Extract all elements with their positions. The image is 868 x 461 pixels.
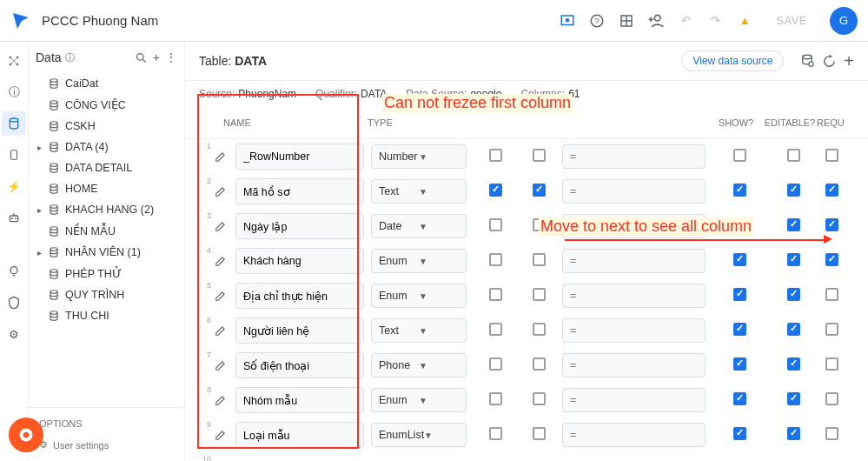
label-checkbox[interactable] (533, 288, 546, 301)
edit-icon[interactable] (215, 324, 235, 337)
formula-input[interactable]: = (562, 249, 706, 273)
require-checkbox[interactable] (825, 392, 838, 405)
table-item[interactable]: CaiDat (32, 73, 181, 94)
formula-input[interactable]: = (562, 214, 706, 238)
view-data-source-button[interactable]: View data source (681, 50, 784, 71)
info-icon[interactable]: ⓘ (65, 51, 75, 64)
edit-icon[interactable] (215, 394, 235, 406)
edit-icon[interactable] (215, 255, 235, 267)
save-button[interactable]: SAVE (765, 9, 818, 32)
show-checkbox[interactable] (733, 392, 746, 405)
rail-action-icon[interactable]: ⚡ (2, 174, 26, 198)
require-checkbox[interactable] (825, 149, 838, 162)
label-checkbox[interactable] (533, 149, 546, 162)
require-checkbox[interactable] (825, 323, 838, 336)
label-checkbox[interactable] (533, 392, 546, 405)
type-dropdown[interactable]: Text▼ (371, 318, 467, 343)
table-item[interactable]: THU CHI (32, 305, 181, 326)
key-checkbox[interactable] (489, 218, 502, 231)
edit-icon[interactable] (215, 220, 235, 232)
require-checkbox[interactable] (825, 218, 838, 231)
show-checkbox[interactable] (733, 184, 746, 197)
type-dropdown[interactable]: Enum▼ (371, 284, 467, 308)
editable-checkbox[interactable] (787, 427, 800, 440)
require-checkbox[interactable] (825, 253, 838, 266)
key-checkbox[interactable] (489, 288, 502, 301)
regenerate-icon[interactable] (822, 54, 837, 69)
rail-bot-icon[interactable] (2, 205, 26, 230)
table-item[interactable]: HOME (32, 178, 181, 199)
column-name-input[interactable] (235, 283, 364, 309)
help-icon[interactable]: ? (588, 12, 606, 30)
editable-checkbox[interactable] (787, 218, 800, 231)
edit-icon[interactable] (215, 429, 235, 441)
label-checkbox[interactable] (533, 357, 546, 371)
show-checkbox[interactable] (733, 357, 746, 371)
table-item[interactable]: DATA DETAIL (32, 157, 181, 178)
type-dropdown[interactable]: Number▼ (371, 144, 467, 169)
rail-home-icon[interactable] (2, 49, 26, 73)
formula-input[interactable]: = (562, 388, 706, 412)
formula-input[interactable]: = (562, 318, 706, 343)
type-dropdown[interactable]: EnumList▼ (371, 423, 467, 447)
edit-icon[interactable] (215, 185, 235, 197)
table-item[interactable]: ▸KHACH HANG (2) (32, 199, 181, 220)
rail-data-icon[interactable] (2, 111, 26, 136)
edit-icon[interactable] (215, 359, 235, 371)
column-name-input[interactable] (235, 178, 364, 204)
key-checkbox[interactable] (489, 253, 502, 266)
add-column-icon[interactable]: + (844, 51, 854, 71)
key-checkbox[interactable] (489, 357, 502, 371)
table-item[interactable]: PHÉP THỬ (32, 263, 181, 284)
column-name-input[interactable] (235, 213, 364, 239)
user-avatar[interactable]: G (830, 7, 858, 35)
editable-checkbox[interactable] (787, 253, 800, 266)
rail-bulb-icon[interactable] (2, 259, 26, 284)
more-icon[interactable]: ⋮ (165, 50, 177, 64)
formula-input[interactable]: = (562, 144, 706, 169)
show-checkbox[interactable] (733, 149, 746, 162)
table-item[interactable]: ▸NHÂN VIÊN (1) (32, 242, 181, 263)
editable-checkbox[interactable] (787, 288, 800, 301)
label-checkbox[interactable] (533, 253, 546, 266)
search-icon[interactable] (135, 51, 148, 64)
type-dropdown[interactable]: Text▼ (371, 179, 467, 204)
warning-icon[interactable]: ▲ (736, 12, 753, 30)
key-checkbox[interactable] (489, 149, 502, 162)
redo-icon[interactable]: ↷ (706, 12, 724, 30)
edit-icon[interactable] (215, 150, 235, 163)
key-checkbox[interactable] (489, 184, 502, 197)
label-checkbox[interactable] (533, 218, 546, 231)
show-checkbox[interactable] (733, 323, 746, 336)
formula-input[interactable]: = (562, 284, 706, 308)
key-checkbox[interactable] (489, 427, 502, 440)
editable-checkbox[interactable] (787, 323, 800, 336)
edit-icon[interactable] (215, 290, 235, 302)
editable-checkbox[interactable] (787, 184, 800, 197)
require-checkbox[interactable] (825, 427, 838, 440)
formula-input[interactable]: = (562, 353, 706, 377)
table-item[interactable]: ▸DATA (4) (32, 137, 181, 157)
label-checkbox[interactable] (533, 427, 546, 440)
type-dropdown[interactable]: Phone▼ (371, 353, 467, 377)
grid-icon[interactable] (618, 12, 635, 30)
key-checkbox[interactable] (489, 392, 502, 405)
column-name-input[interactable] (235, 422, 364, 448)
key-checkbox[interactable] (489, 323, 502, 336)
column-name-input[interactable] (235, 144, 364, 170)
column-name-input[interactable] (235, 317, 364, 344)
column-name-input[interactable] (235, 387, 364, 413)
type-dropdown[interactable]: Enum▼ (371, 249, 467, 273)
rail-device-icon[interactable] (2, 143, 26, 167)
type-dropdown[interactable]: Date▼ (371, 214, 467, 238)
formula-input[interactable]: = (562, 179, 706, 204)
editable-checkbox[interactable] (787, 357, 800, 371)
editable-checkbox[interactable] (787, 149, 800, 162)
user-settings-item[interactable]: ⚙ User settings (36, 436, 177, 454)
editable-checkbox[interactable] (787, 392, 800, 405)
formula-input[interactable]: = (562, 423, 706, 447)
show-checkbox[interactable] (733, 427, 746, 440)
add-user-icon[interactable] (647, 12, 665, 30)
show-checkbox[interactable] (733, 288, 746, 301)
add-icon[interactable]: + (153, 50, 160, 64)
